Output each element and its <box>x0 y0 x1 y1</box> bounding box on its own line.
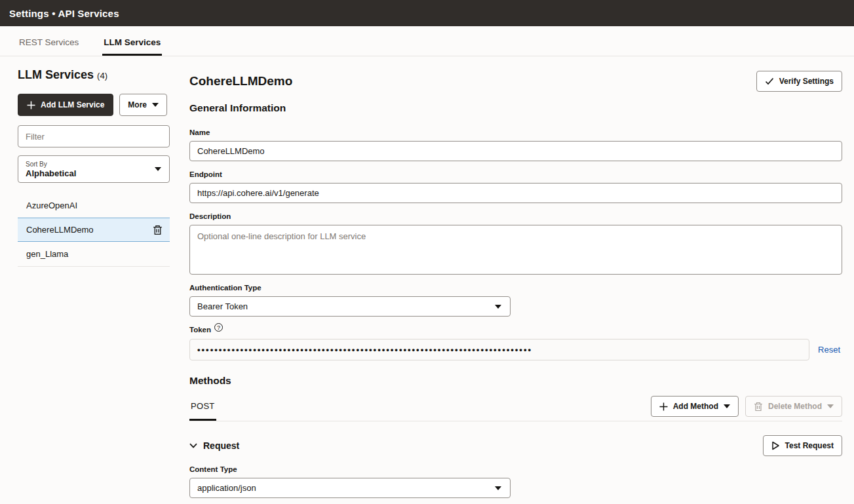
test-request-label: Test Request <box>785 441 834 450</box>
delete-method-button[interactable]: Delete Method <box>745 396 842 417</box>
add-llm-service-button[interactable]: Add LLM Service <box>18 94 113 116</box>
trash-icon <box>754 402 763 412</box>
content-type-value: application/json <box>197 483 256 493</box>
token-row: ••••••••••••••••••••••••••••••••••••••••… <box>189 339 842 360</box>
auth-type-value: Bearer Token <box>197 301 248 311</box>
token-field-group: Token ? ••••••••••••••••••••••••••••••••… <box>189 326 842 360</box>
name-input[interactable] <box>189 141 842 161</box>
more-button[interactable]: More <box>119 94 167 116</box>
request-section-header: Request Test Request <box>189 435 842 456</box>
llm-service-list-item[interactable]: AzureOpenAI <box>18 193 170 218</box>
page-title: Settings • API Services <box>9 8 119 19</box>
token-input[interactable]: ••••••••••••••••••••••••••••••••••••••••… <box>189 339 809 360</box>
content-type-select[interactable]: application/json <box>189 478 511 498</box>
auth-type-field-group: Authentication Type Bearer Token <box>189 284 842 317</box>
add-method-label: Add Method <box>673 402 718 411</box>
chevron-down-icon <box>152 103 159 107</box>
chevron-down-icon <box>495 305 501 309</box>
plus-icon <box>659 402 668 411</box>
llm-services-sidebar: LLM Services (4) Add LLM Service More So… <box>0 56 170 267</box>
sort-by-dropdown[interactable]: Sort By Alphabetical <box>18 155 170 183</box>
service-count-badge: (4) <box>97 71 107 81</box>
service-title: CohereLLMDemo <box>189 74 292 88</box>
general-information-heading: General Information <box>189 102 842 114</box>
chevron-down-icon <box>495 486 501 490</box>
detail-header: CohereLLMDemo Verify Settings <box>189 71 842 92</box>
content-type-label: Content Type <box>189 465 842 473</box>
top-header-bar: Settings • API Services <box>0 0 854 26</box>
chevron-down-icon <box>724 404 730 408</box>
help-icon[interactable]: ? <box>214 323 223 332</box>
sort-by-label: Sort By <box>26 161 76 168</box>
chevron-collapse-icon <box>189 443 197 448</box>
tab-bar: REST Services LLM Services <box>0 26 854 56</box>
methods-actions: Add Method Delete Method <box>651 396 842 421</box>
llm-service-list: AzureOpenAI CohereLLMDemo gen_Llama <box>18 193 170 267</box>
auth-type-select[interactable]: Bearer Token <box>189 296 511 317</box>
tab-post-method[interactable]: POST <box>189 393 216 421</box>
service-detail-panel: CohereLLMDemo Verify Settings General In… <box>170 56 854 504</box>
test-request-button[interactable]: Test Request <box>763 435 842 456</box>
endpoint-field-group: Endpoint <box>189 170 842 203</box>
token-label: Token <box>189 326 211 334</box>
endpoint-input[interactable] <box>189 183 842 203</box>
filter-input[interactable] <box>18 125 170 147</box>
verify-settings-label: Verify Settings <box>779 77 834 86</box>
sidebar-title: LLM Services (4) <box>18 68 170 82</box>
verify-settings-button[interactable]: Verify Settings <box>756 71 842 92</box>
description-input[interactable] <box>189 225 842 275</box>
service-item-label: AzureOpenAI <box>26 201 77 210</box>
page-content: LLM Services (4) Add LLM Service More So… <box>0 56 854 504</box>
name-field-group: Name <box>189 128 842 161</box>
delete-method-label: Delete Method <box>768 402 822 411</box>
content-type-field-group: Content Type application/json <box>189 465 842 498</box>
description-field-group: Description <box>189 212 842 275</box>
more-button-label: More <box>128 100 147 109</box>
request-section-label: Request <box>203 440 239 451</box>
name-label: Name <box>189 128 842 136</box>
methods-heading: Methods <box>189 375 842 387</box>
plus-icon <box>27 101 35 109</box>
chevron-down-icon <box>155 167 161 171</box>
sidebar-actions: Add LLM Service More <box>18 94 170 116</box>
token-label-row: Token ? <box>189 326 842 334</box>
sort-by-value: Alphabetical <box>26 168 76 178</box>
auth-type-label: Authentication Type <box>189 284 842 292</box>
llm-service-list-item[interactable]: gen_Llama <box>18 242 170 266</box>
description-label: Description <box>189 212 842 220</box>
trash-icon <box>153 225 163 235</box>
add-llm-service-label: Add LLM Service <box>41 100 104 109</box>
play-icon <box>771 441 780 450</box>
methods-tab-bar: POST Add Method Delete Method <box>189 393 842 421</box>
llm-service-list-item[interactable]: CohereLLMDemo <box>18 218 170 242</box>
service-item-label: gen_Llama <box>26 249 68 259</box>
token-masked-value: ••••••••••••••••••••••••••••••••••••••••… <box>197 345 532 355</box>
chevron-down-icon <box>827 404 834 408</box>
tab-rest-services[interactable]: REST Services <box>18 26 80 56</box>
checkmark-icon <box>765 77 774 85</box>
sort-by-content: Sort By Alphabetical <box>26 161 76 178</box>
request-section-toggle[interactable]: Request <box>189 440 239 451</box>
tab-llm-services[interactable]: LLM Services <box>102 26 162 56</box>
sidebar-title-text: LLM Services <box>18 68 94 81</box>
delete-service-button[interactable] <box>151 223 164 237</box>
service-item-label: CohereLLMDemo <box>26 225 94 235</box>
reset-token-link[interactable]: Reset <box>818 345 840 355</box>
add-method-button[interactable]: Add Method <box>651 396 739 417</box>
endpoint-label: Endpoint <box>189 170 842 178</box>
